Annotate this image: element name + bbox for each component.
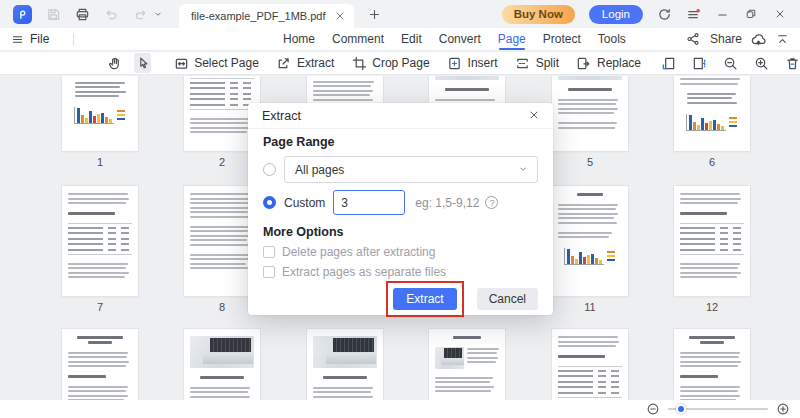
- select-caret-icon: [518, 164, 529, 175]
- page-thumbnail[interactable]: [674, 76, 750, 151]
- hand-tool-icon[interactable]: [106, 55, 122, 71]
- insert-label: Insert: [468, 56, 498, 70]
- crop-page-button[interactable]: Crop Page: [351, 55, 429, 71]
- tab-page[interactable]: Page: [498, 32, 526, 46]
- menubar: File Home Comment Edit Convert Page Prot…: [0, 28, 800, 51]
- replace-button[interactable]: Replace: [576, 55, 641, 71]
- dialog-title: Extract: [262, 109, 301, 123]
- custom-radio[interactable]: [263, 196, 276, 209]
- checkbox-icon[interactable]: [263, 246, 275, 258]
- all-pages-row: All pages: [263, 156, 538, 183]
- extract-icon: [276, 55, 292, 71]
- tab-close-icon[interactable]: [334, 10, 346, 22]
- restore-icon[interactable]: [743, 6, 759, 22]
- thumbnail-cell: 7: [62, 186, 138, 313]
- cancel-button[interactable]: Cancel: [477, 288, 538, 310]
- page-thumbnail[interactable]: [674, 186, 750, 296]
- extract-button[interactable]: Extract: [393, 288, 456, 310]
- collapse-toolbar-icon[interactable]: [775, 32, 790, 47]
- minimize-icon[interactable]: [714, 6, 730, 22]
- more-options-heading: More Options: [263, 225, 538, 239]
- zoom-out-icon[interactable]: [722, 55, 738, 71]
- thumbnail-cell: 1: [62, 76, 138, 168]
- custom-range-input[interactable]: [333, 190, 405, 215]
- tab-comment[interactable]: Comment: [332, 32, 384, 46]
- zoom-out-icon[interactable]: [646, 402, 660, 416]
- split-label: Split: [536, 56, 559, 70]
- tab-convert[interactable]: Convert: [439, 32, 481, 46]
- print-icon[interactable]: [74, 6, 90, 22]
- page-number: 6: [674, 156, 750, 168]
- crop-page-label: Crop Page: [372, 56, 429, 70]
- page-thumbnail[interactable]: [62, 186, 138, 296]
- save-icon[interactable]: [45, 6, 61, 22]
- separate-files-label: Extract pages as separate files: [282, 265, 446, 279]
- delete-pages-label: Delete pages after extracting: [282, 245, 435, 259]
- page-thumbnail[interactable]: [62, 76, 138, 151]
- page-box-right-icon[interactable]: [691, 55, 707, 71]
- menubar-right: Share: [686, 32, 790, 47]
- window-close-icon[interactable]: [772, 6, 788, 22]
- zoom-controls: [646, 402, 790, 416]
- dialog-close-icon[interactable]: [528, 109, 541, 122]
- quickbar-caret-icon[interactable]: [153, 6, 163, 22]
- zoom-slider-handle[interactable]: [676, 404, 686, 414]
- zoom-in-icon[interactable]: [776, 402, 790, 416]
- file-menu[interactable]: File: [30, 32, 49, 46]
- pdfelement-logo-icon[interactable]: [13, 5, 32, 24]
- dialog-body: Page Range All pages Custom eg: 1,5-9,12…: [248, 129, 553, 317]
- separate-files-option[interactable]: Extract pages as separate files: [263, 265, 538, 279]
- tab-title: file-example_PDF_1MB.pdf: [191, 10, 326, 22]
- crop-page-icon: [351, 55, 367, 71]
- main-nav: Home Comment Edit Convert Page Protect T…: [283, 28, 626, 50]
- checkbox-icon[interactable]: [263, 266, 275, 278]
- share-button[interactable]: Share: [710, 32, 742, 46]
- all-pages-radio[interactable]: [263, 163, 276, 176]
- page-number: 7: [62, 301, 138, 313]
- tab-home[interactable]: Home: [283, 32, 315, 46]
- split-button[interactable]: Split: [515, 55, 559, 71]
- menubar-divider: [73, 33, 74, 46]
- dialog-actions: Extract Cancel: [263, 281, 538, 317]
- delete-page-icon[interactable]: [784, 55, 800, 71]
- zoom-in-icon[interactable]: [753, 55, 769, 71]
- titlebar: file-example_PDF_1MB.pdf Buy Now Login: [0, 0, 800, 28]
- page-range-select[interactable]: All pages: [284, 156, 538, 183]
- page-box-left-icon[interactable]: [660, 55, 676, 71]
- share-icon[interactable]: [686, 32, 701, 47]
- page-thumbnail[interactable]: [552, 76, 628, 151]
- page-toolbar: Select Page Extract Crop Page Insert Spl…: [0, 52, 800, 75]
- page-icon-group: [660, 55, 800, 71]
- page-thumbnail[interactable]: [552, 186, 628, 296]
- custom-label: Custom: [284, 196, 325, 210]
- page-number: 1: [62, 156, 138, 168]
- login-button[interactable]: Login: [589, 5, 643, 24]
- new-tab-icon[interactable]: [367, 6, 383, 22]
- document-tab[interactable]: file-example_PDF_1MB.pdf: [179, 4, 354, 28]
- zoom-slider[interactable]: [668, 403, 768, 415]
- file-menu-icon[interactable]: [10, 32, 25, 47]
- insert-page-button[interactable]: Insert: [447, 55, 498, 71]
- thumbnail-cell: 12: [674, 186, 750, 313]
- tab-edit[interactable]: Edit: [401, 32, 422, 46]
- select-page-button[interactable]: Select Page: [173, 55, 259, 71]
- select-value: All pages: [295, 163, 344, 177]
- app-menu-icon[interactable]: [685, 6, 701, 22]
- thumbnail-cell: 6: [674, 76, 750, 168]
- help-icon[interactable]: ?: [485, 196, 498, 209]
- select-tool-button[interactable]: [134, 53, 151, 73]
- replace-label: Replace: [597, 56, 641, 70]
- sync-icon[interactable]: [656, 6, 672, 22]
- tab-protect[interactable]: Protect: [543, 32, 581, 46]
- delete-pages-option[interactable]: Delete pages after extracting: [263, 245, 538, 259]
- replace-icon: [576, 55, 592, 71]
- dialog-header: Extract: [248, 103, 553, 129]
- select-page-label: Select Page: [194, 56, 259, 70]
- cloud-upload-icon[interactable]: [751, 32, 766, 47]
- tab-tools[interactable]: Tools: [598, 32, 626, 46]
- buy-now-button[interactable]: Buy Now: [502, 5, 575, 24]
- extract-page-button[interactable]: Extract: [276, 55, 334, 71]
- undo-icon[interactable]: [103, 6, 119, 22]
- redo-icon[interactable]: [132, 6, 148, 22]
- range-example-hint: eg: 1,5-9,12: [415, 196, 479, 210]
